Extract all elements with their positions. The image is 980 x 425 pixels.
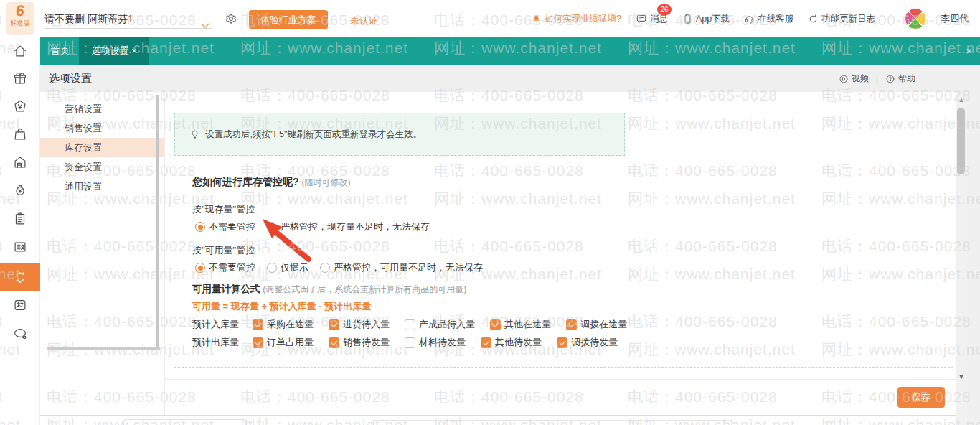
help-link[interactable]: 帮助: [885, 73, 915, 85]
menu-item-inventory[interactable]: 库存设置: [40, 138, 164, 157]
tab-bar: 首页 选项设置× ×: [40, 37, 980, 65]
checkbox-option[interactable]: 订单占用量: [253, 336, 314, 349]
home-icon[interactable]: [12, 43, 28, 59]
logo-edition-label: 标准版: [6, 19, 34, 27]
checkbox-option[interactable]: 调拨待发量: [557, 336, 618, 349]
radio-option-strict-control[interactable]: 严格管控，可用量不足时，无法保存: [320, 261, 483, 274]
checkbox-option[interactable]: 其他待发量: [481, 336, 542, 349]
feedback-chat-icon[interactable]: [12, 326, 28, 342]
cutoff-panel: [373, 420, 732, 425]
checkbox-option[interactable]: 销售待发量: [329, 336, 390, 349]
checkbox[interactable]: [481, 337, 491, 348]
messages-badge: 26: [657, 4, 672, 15]
outbound-row: 预计出库量 订单占用量 销售待发量 材料待发量 其他待发量 调拨待发量: [192, 336, 618, 349]
sidebar-item-settings-active[interactable]: [0, 263, 40, 291]
changelog-label: 功能更新日志: [821, 13, 875, 25]
menu-item-funds[interactable]: 资金设置: [40, 157, 164, 177]
radio-button[interactable]: [267, 222, 277, 232]
stock-control-label: 按"现存量"管控: [192, 203, 255, 216]
tab-options-label: 选项设置: [91, 45, 128, 56]
checkbox[interactable]: [490, 319, 501, 330]
checkbox-option[interactable]: 产成品待入量: [405, 318, 475, 331]
money-bag-icon[interactable]: [12, 182, 28, 198]
video-label: 视频: [852, 73, 869, 85]
inventory-clipboard-icon[interactable]: [12, 211, 28, 227]
scrollbar-thumb[interactable]: [957, 108, 965, 174]
gift-icon[interactable]: [12, 70, 28, 86]
notice-banner: 设置成功后,须按"F5"键刷新页面或重新登录才会生效。: [174, 113, 625, 156]
changelog-button[interactable]: 功能更新日志: [808, 13, 875, 25]
page-title: 选项设置: [49, 72, 92, 85]
menu-scrollbar-horizontal[interactable]: [47, 347, 160, 350]
checkbox-option[interactable]: 调拨在途量: [566, 318, 627, 331]
menu-item-sales[interactable]: 销售设置: [40, 118, 164, 138]
radio-button[interactable]: [195, 263, 205, 273]
scroll-up-arrow[interactable]: ▲: [957, 96, 966, 103]
radio-button[interactable]: [195, 222, 205, 232]
radio-button[interactable]: [320, 263, 330, 273]
checkbox[interactable]: [405, 337, 415, 348]
right-gutter: [967, 92, 980, 425]
purchase-bag-icon[interactable]: [12, 126, 28, 142]
checkbox[interactable]: [566, 319, 577, 330]
top-bar: 6 标准版 请不要删 阿斯蒂芬1 体验行业方案 未认证 如何实现业绩猛增?: [0, 0, 980, 37]
gear-icon[interactable]: [225, 12, 237, 25]
warehouse-icon[interactable]: [12, 154, 28, 170]
marketing-icon[interactable]: [12, 98, 28, 114]
page-title-bar: 选项设置 视频 | 帮助: [40, 65, 980, 92]
menu-scrollbar-vertical[interactable]: [156, 95, 159, 350]
avatar[interactable]: [905, 8, 926, 29]
tab-close-icon[interactable]: ×: [131, 46, 136, 56]
close-icon[interactable]: ×: [963, 45, 976, 57]
radio-option-hint-only[interactable]: 仅提示: [267, 261, 308, 274]
checkbox[interactable]: [253, 337, 263, 348]
question-hint: (随时可修改): [301, 177, 350, 187]
username-label: 李四代: [941, 12, 969, 25]
app-logo: 6 标准版: [6, 2, 34, 35]
menu-item-general[interactable]: 通用设置: [40, 177, 164, 196]
checkbox[interactable]: [329, 337, 339, 348]
app-window: 6 标准版 请不要删 阿斯蒂芬1 体验行业方案 未认证 如何实现业绩猛增?: [0, 0, 980, 425]
account-name: 请不要删 阿斯蒂芬1: [44, 13, 133, 24]
account-select[interactable]: 请不要删 阿斯蒂芬1: [44, 9, 212, 29]
scroll-down-arrow[interactable]: ▼: [957, 373, 966, 380]
online-service-button[interactable]: 在线客服: [744, 13, 793, 25]
not-certified-link[interactable]: 未认证: [350, 14, 378, 27]
checkbox[interactable]: [329, 319, 339, 330]
tab-home[interactable]: 首页: [42, 37, 79, 65]
cutoff-panel: [123, 419, 247, 425]
promo-link[interactable]: 如何实现业绩猛增?: [531, 13, 621, 25]
checkbox-option[interactable]: 进货待入量: [329, 318, 390, 331]
checkbox-option[interactable]: 采购在途量: [253, 318, 314, 331]
checkbox[interactable]: [557, 337, 567, 348]
radio-option-no-control[interactable]: 不需要管控: [195, 261, 255, 274]
formula-title: 可用量计算公式 (调整公式因子后，系统会重新计算所有商品的可用量): [192, 283, 466, 296]
radio-option-strict-control[interactable]: 严格管控，现存量不足时，无法保存: [267, 220, 430, 233]
inbound-label: 预计入库量: [192, 318, 253, 331]
footer-bar: [165, 379, 967, 415]
app-sidebar: [0, 37, 40, 425]
checkbox[interactable]: [405, 319, 415, 330]
radio-option-no-control[interactable]: 不需要管控: [195, 220, 255, 233]
tab-home-label: 首页: [51, 45, 70, 56]
video-link[interactable]: 视频: [839, 73, 869, 85]
tab-options-settings[interactable]: 选项设置×: [79, 37, 149, 65]
checkbox[interactable]: [253, 319, 263, 330]
menu-item-marketing[interactable]: 营销设置: [40, 99, 164, 118]
available-control-label: 按"可用量"管控: [192, 244, 255, 257]
messages-button[interactable]: 消息 26: [636, 13, 668, 25]
report-card-icon[interactable]: [12, 239, 28, 255]
header-divider: [890, 13, 890, 24]
checkbox-option[interactable]: 材料待发量: [405, 336, 466, 349]
logo-glyph: 6: [5, 2, 36, 19]
new-features-icon[interactable]: [12, 297, 28, 313]
radio-button[interactable]: [267, 263, 277, 273]
checkbox-option[interactable]: 其他在途量: [490, 318, 551, 331]
section-divider: [174, 367, 953, 368]
trial-industry-plan-button[interactable]: 体验行业方案: [249, 10, 328, 29]
chevron-down-icon: [201, 15, 209, 35]
app-download-button[interactable]: App下载: [682, 13, 730, 25]
promo-label: 如何实现业绩猛增?: [545, 13, 621, 25]
help-label: 帮助: [898, 73, 915, 85]
save-button[interactable]: 保存: [897, 387, 945, 408]
